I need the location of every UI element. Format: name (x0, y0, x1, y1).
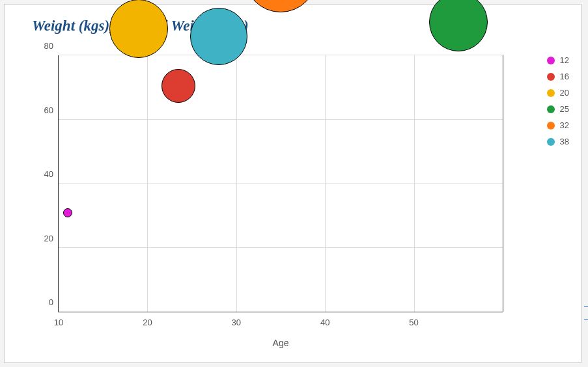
y-tick: 40 (34, 169, 53, 179)
gridline-v (147, 55, 148, 312)
legend-label: 16 (560, 72, 569, 81)
legend-swatch-icon (547, 73, 555, 81)
x-tick: 30 (232, 318, 241, 327)
selection-handle-icon (584, 306, 588, 319)
x-tick: 50 (409, 318, 418, 327)
legend-item-12[interactable]: 12 (547, 55, 569, 65)
bubble-38[interactable] (190, 8, 247, 65)
legend-item-16[interactable]: 16 (547, 72, 569, 81)
plot-area: 0 20 40 60 80 10 20 30 40 50 Age (58, 55, 503, 312)
gridline-v (325, 55, 326, 312)
legend: 12 16 20 25 32 38 (547, 55, 569, 153)
x-tick: 40 (320, 318, 329, 327)
gridline-h (59, 247, 503, 248)
gridline-v (414, 55, 415, 312)
bubble-20[interactable] (109, 0, 168, 58)
y-tick: 0 (34, 297, 53, 307)
gridline-v (236, 55, 237, 312)
legend-label: 32 (560, 120, 569, 130)
legend-swatch-icon (547, 138, 555, 146)
chart-card: Weight (kgs), Age and Weight (kgs) 0 20 … (4, 4, 581, 363)
legend-item-25[interactable]: 25 (547, 104, 569, 114)
legend-item-20[interactable]: 20 (547, 88, 569, 98)
legend-swatch-icon (547, 105, 555, 113)
legend-swatch-icon (547, 89, 555, 97)
bubble-25[interactable] (429, 0, 488, 51)
bubble-32[interactable] (244, 0, 317, 12)
legend-label: 20 (560, 88, 569, 98)
legend-item-32[interactable]: 32 (547, 120, 569, 130)
x-tick: 20 (143, 318, 152, 327)
legend-label: 38 (560, 137, 569, 146)
y-tick: 60 (34, 105, 53, 115)
legend-item-38[interactable]: 38 (547, 137, 569, 146)
gridline-h (59, 183, 503, 184)
legend-swatch-icon (547, 57, 555, 64)
bubble-12[interactable] (63, 208, 72, 217)
x-tick: 10 (54, 318, 63, 327)
legend-label: 25 (560, 104, 569, 114)
legend-label: 12 (560, 55, 569, 65)
legend-swatch-icon (547, 122, 555, 129)
gridline-h (59, 119, 503, 120)
y-tick: 80 (34, 41, 53, 51)
y-tick: 20 (34, 233, 53, 243)
x-axis-label: Age (273, 338, 289, 348)
gridline-v (503, 55, 503, 312)
bubble-16[interactable] (161, 69, 195, 103)
